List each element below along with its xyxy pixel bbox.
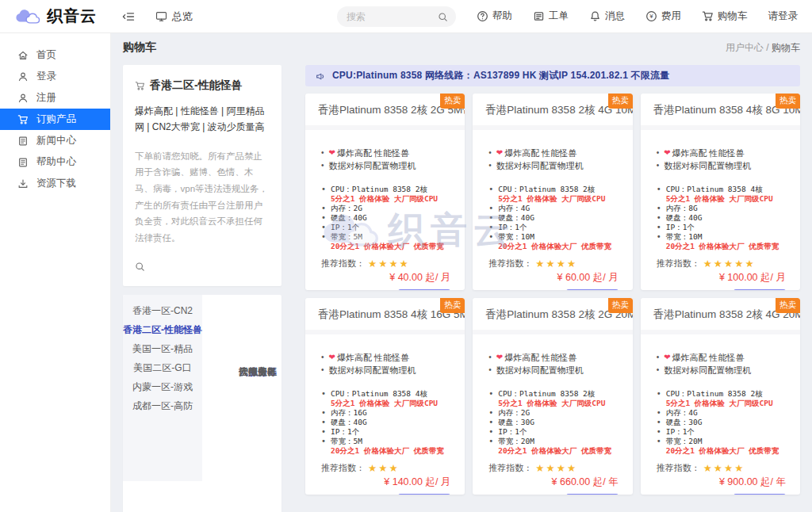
spec-text: 硬盘：40G (331, 418, 367, 427)
rating-label: 推荐指数： (488, 462, 532, 474)
order-button[interactable]: 立即订购 (566, 494, 619, 495)
bullet-icon: • (488, 232, 493, 242)
spec-item: •IP：1个 (488, 427, 619, 437)
category-sub-item[interactable]: 香港一区-CN2 (123, 302, 202, 321)
hot-badge: 热卖 (440, 94, 465, 109)
spec-text: 内存：2G (331, 204, 362, 213)
order-button[interactable]: 立即订购 (566, 289, 619, 290)
feature-text: 爆炸高配 性能怪兽 (337, 147, 409, 159)
category-sub-item[interactable]: 内蒙一区-游戏 (123, 378, 202, 397)
sidebar-item-help-center[interactable]: 帮助中心 (0, 151, 110, 173)
spec-item: •带宽：5M (321, 437, 452, 446)
spec-item: •CPU：Platinum 8358 4核 (321, 389, 452, 399)
spec-text: 硬盘：40G (498, 213, 534, 223)
spec-item: •内存：2G (488, 408, 619, 418)
menu-collapse-icon[interactable] (122, 10, 135, 23)
feature-item: •数据对标同配置物理机 (321, 365, 452, 376)
search-icon[interactable] (135, 261, 145, 271)
spec-item: •CPU：Platinum 8358 2核 (488, 389, 619, 399)
bullet-icon: • (321, 204, 326, 213)
feature-text: 爆炸高配 性能怪兽 (504, 147, 576, 159)
feature-item: •数据对标同配置物理机 (488, 365, 619, 376)
feature-item: •❤爆炸高配 性能怪兽 (657, 352, 787, 363)
overview-label: 总览 (172, 10, 193, 24)
sidebar-item-home[interactable]: 首页 (0, 44, 110, 66)
bullet-icon: • (657, 204, 661, 213)
rating-stars-icon: ★★★ (368, 462, 400, 474)
bullet-icon: • (657, 213, 661, 223)
sidebar-item-downloads[interactable]: 资源下载 (0, 173, 110, 194)
user-icon (17, 93, 29, 104)
main-area: 购物车 用户中心 / 购物车 香港二区-性能怪兽 爆炸高配 | 性能怪兽 | 阿… (111, 33, 812, 512)
group-info-panel: 香港二区-性能怪兽 爆炸高配 | 性能怪兽 | 阿里精品网 | CN2大带宽 |… (123, 65, 282, 286)
category-main-item[interactable]: 扶持专区 (234, 328, 282, 416)
rating-row: 推荐指数： ★★★ (321, 462, 452, 474)
sidebar-item-label: 注册 (36, 91, 56, 105)
spec-item: •IP：1个 (488, 223, 619, 232)
brand[interactable]: 织音云 (0, 6, 111, 27)
order-button[interactable]: 立即订购 (398, 494, 450, 495)
spec-promo-line: •5分之1 价格体验 大厂同级CPU (657, 399, 787, 408)
category-sub-item[interactable]: 成都一区-高防 (123, 397, 202, 416)
spec-text: IP：1个 (666, 223, 695, 232)
group-tags: 爆炸高配 | 性能怪兽 | 阿里精品网 | CN2大带宽 | 波动少质量高 (135, 104, 270, 136)
sidebar-item-register[interactable]: 注册 (0, 87, 110, 109)
bullet-icon: • (321, 418, 326, 427)
breadcrumb-parent[interactable]: 用户中心 (726, 42, 764, 53)
spec-item: •CPU：Platinum 8358 2核 (657, 389, 787, 399)
heart-icon: ❤ (496, 147, 503, 159)
nav-overview[interactable]: 总览 (155, 10, 193, 24)
category-sub-item[interactable]: 香港二区-性能怪兽 (123, 321, 202, 340)
topbar-link-cart[interactable]: 购物车 (702, 10, 748, 23)
spec-text: IP：1个 (498, 427, 527, 437)
bullet-icon: • (488, 213, 493, 223)
spec-text: IP：1个 (498, 223, 527, 232)
feature-list: •❤爆炸高配 性能怪兽•数据对标同配置物理机 (657, 147, 787, 171)
spec-item: •硬盘：30G (488, 418, 619, 427)
cart-icon (702, 10, 714, 22)
sidebar-item-label: 登录 (36, 70, 56, 83)
sidebar-item-news-center[interactable]: 新闻中心 (0, 130, 110, 151)
order-button[interactable]: 立即订购 (733, 494, 786, 495)
spec-text: CPU：Platinum 8358 2核 (498, 185, 595, 194)
bullet-icon: • (488, 352, 492, 363)
cart-icon (17, 114, 29, 125)
bullet-icon: • (657, 437, 661, 446)
monitor-icon (155, 10, 167, 22)
spec-text: 内存：16G (331, 408, 367, 418)
spec-list: •CPU：Platinum 8358 2核•5分之1 价格体验 大厂同级CPU•… (488, 185, 619, 251)
topbar-link-ticket[interactable]: 工单 (533, 10, 569, 23)
bell-icon (589, 10, 601, 22)
left-column: 香港二区-性能怪兽 爆炸高配 | 性能怪兽 | 阿里精品网 | CN2大带宽 |… (123, 65, 282, 512)
spec-promo-line: •20分之1 价格体验大厂 优质带宽 (488, 446, 619, 456)
spec-list: •CPU：Platinum 8358 2核•5分之1 价格体验 大厂同级CPU•… (657, 389, 787, 456)
topbar-link-help[interactable]: 帮助 (477, 10, 512, 23)
search-icon[interactable] (438, 11, 448, 21)
order-button[interactable]: 立即订购 (733, 289, 786, 290)
brand-name: 织音云 (47, 6, 97, 27)
rating-row: 推荐指数： ★★★★★ (657, 258, 787, 269)
rating-row: 推荐指数： ★★★★ (657, 462, 787, 474)
topbar-link-label: 工单 (549, 10, 569, 23)
order-button[interactable]: 立即订购 (398, 289, 450, 290)
category-sub-item[interactable]: 美国一区-精品 (123, 340, 202, 359)
spec-list: •CPU：Platinum 8358 2核•5分之1 价格体验 大厂同级CPU•… (321, 185, 452, 251)
sidebar-item-order-products[interactable]: 订购产品 (0, 109, 110, 130)
sidebar-item-login[interactable]: 登录 (0, 66, 110, 87)
spec-item: •CPU：Platinum 8358 2核 (321, 185, 452, 194)
spec-item: •内存：16G (321, 408, 452, 418)
spec-text: 硬盘：40G (331, 213, 367, 223)
category-sub-item[interactable]: 美国二区-G口 (123, 359, 202, 378)
sidebar: 首页登录注册订购产品新闻中心帮助中心资源下载 (0, 33, 111, 512)
spec-promo-line: •5分之1 价格体验 大厂同级CPU (488, 399, 619, 408)
rating-stars-icon: ★★★★ (535, 258, 577, 269)
topbar-link-message[interactable]: 消息 (589, 10, 625, 23)
spec-promo-line: •5分之1 价格体验 大厂同级CPU (321, 399, 452, 408)
topbar-link-login[interactable]: 请登录 (768, 10, 799, 23)
topbar-link-fee[interactable]: ¥费用 (645, 10, 681, 23)
spec-text: 20分之1 价格体验大厂 优质带宽 (666, 242, 779, 251)
heart-icon: ❤ (664, 352, 670, 363)
feature-item: •数据对标同配置物理机 (321, 160, 452, 171)
spec-list: •CPU：Platinum 8358 4核•5分之1 价格体验 大厂同级CPU•… (321, 389, 452, 456)
topbar-link-label: 帮助 (492, 10, 512, 23)
